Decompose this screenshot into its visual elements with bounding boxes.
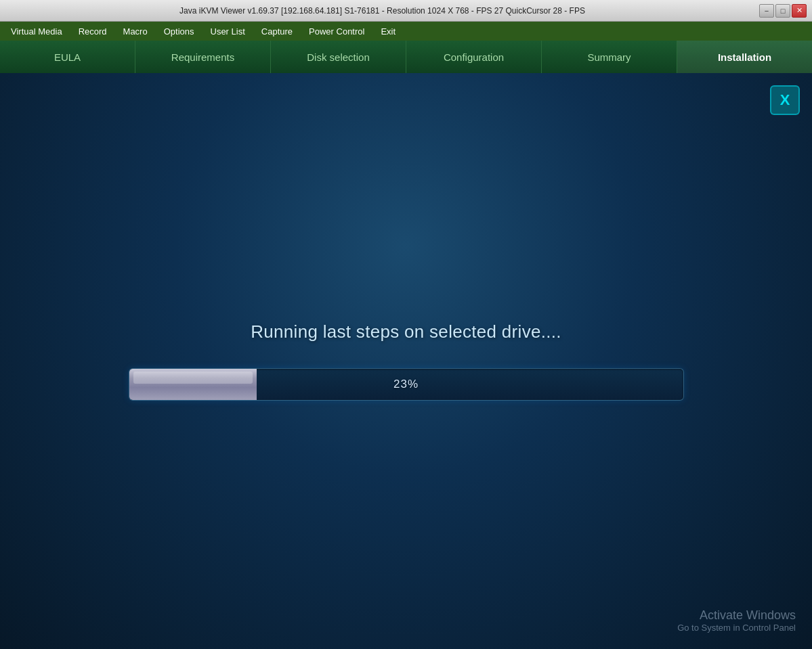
title-bar: Java iKVM Viewer v1.69.37 [192.168.64.18… xyxy=(0,0,812,22)
menu-item-macro[interactable]: Macro xyxy=(115,24,156,39)
step-summary[interactable]: Summary xyxy=(542,41,677,73)
menu-item-exit[interactable]: Exit xyxy=(372,24,404,39)
step-configuration[interactable]: Configuration xyxy=(406,41,542,73)
menu-bar: Virtual MediaRecordMacroOptionsUser List… xyxy=(0,22,812,41)
activate-line2: Go to System in Control Panel xyxy=(677,623,796,633)
activate-windows-watermark: Activate Windows Go to System in Control… xyxy=(677,608,796,633)
step-requirements[interactable]: Requirements xyxy=(135,41,271,73)
progress-label: 23% xyxy=(129,369,683,400)
dialog-close-button[interactable]: X xyxy=(770,85,800,115)
restore-button[interactable]: □ xyxy=(775,4,790,18)
main-content: X Running last steps on selected drive..… xyxy=(0,73,812,649)
close-button[interactable]: ✕ xyxy=(792,4,807,18)
step-disk-selection[interactable]: Disk selection xyxy=(271,41,406,73)
step-eula[interactable]: EULA xyxy=(0,41,135,73)
menu-item-options[interactable]: Options xyxy=(156,24,202,39)
menu-item-record[interactable]: Record xyxy=(70,24,115,39)
menu-item-user-list[interactable]: User List xyxy=(202,24,253,39)
window-title: Java iKVM Viewer v1.69.37 [192.168.64.18… xyxy=(5,6,759,16)
menu-item-virtual-media[interactable]: Virtual Media xyxy=(3,24,70,39)
progress-bar-container: 23% xyxy=(129,368,684,401)
steps-bar: EULARequirementsDisk selectionConfigurat… xyxy=(0,41,812,73)
status-text: Running last steps on selected drive.... xyxy=(251,321,561,342)
menu-item-capture[interactable]: Capture xyxy=(253,24,301,39)
minimize-button[interactable]: − xyxy=(759,4,774,18)
activate-line1: Activate Windows xyxy=(677,608,796,623)
step-installation[interactable]: Installation xyxy=(677,41,812,73)
window-controls: − □ ✕ xyxy=(759,4,807,18)
menu-item-power-control[interactable]: Power Control xyxy=(301,24,372,39)
